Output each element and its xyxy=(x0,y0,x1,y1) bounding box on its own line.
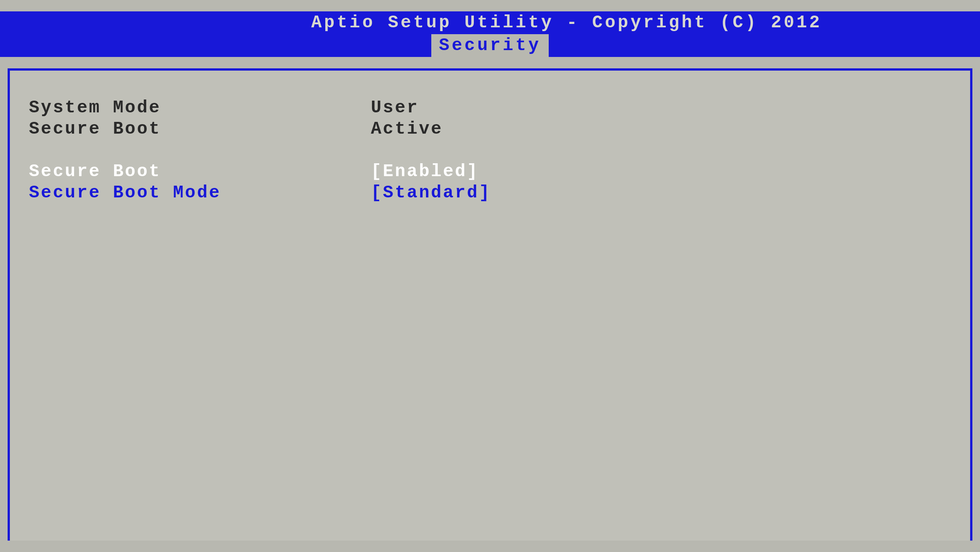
content-panel: System Mode User Secure Boot Active Secu… xyxy=(8,68,972,541)
setting-value: [Enabled] xyxy=(371,162,951,181)
setting-secure-boot[interactable]: Secure Boot [Enabled] xyxy=(29,161,951,182)
tab-row: Security xyxy=(0,34,980,57)
setting-value: [Standard] xyxy=(371,183,951,203)
spacer xyxy=(29,140,951,161)
info-row-secure-boot-status: Secure Boot Active xyxy=(29,119,951,140)
info-label: System Mode xyxy=(29,98,371,118)
header-title: Aptio Setup Utility - Copyright (C) 2012 xyxy=(311,13,822,33)
setting-label: Secure Boot xyxy=(29,162,371,181)
bios-screen: Aptio Setup Utility - Copyright (C) 2012… xyxy=(0,0,980,552)
header-bar: Aptio Setup Utility - Copyright (C) 2012 xyxy=(0,11,980,34)
setting-label: Secure Boot Mode xyxy=(29,183,371,203)
info-row-system-mode: System Mode User xyxy=(29,97,951,119)
tab-security[interactable]: Security xyxy=(431,34,549,57)
info-value: Active xyxy=(371,119,951,139)
setting-secure-boot-mode[interactable]: Secure Boot Mode [Standard] xyxy=(29,182,951,203)
info-value: User xyxy=(371,98,951,118)
info-label: Secure Boot xyxy=(29,119,371,139)
